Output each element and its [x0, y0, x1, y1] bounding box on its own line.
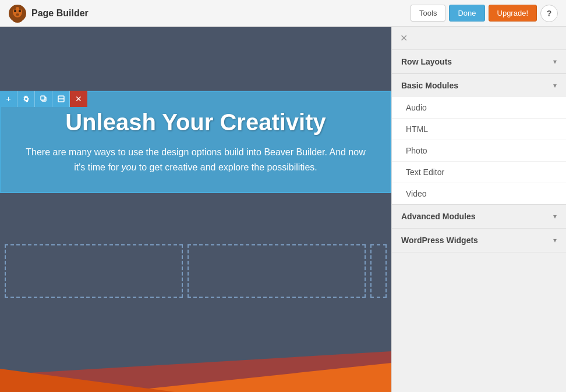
- header-actions: Tools Done Upgrade! ?: [411, 5, 558, 22]
- svg-rect-10: [41, 96, 45, 100]
- wordpress-widgets-chevron-icon: ▾: [553, 236, 557, 244]
- module-item-text-editor[interactable]: Text Editor: [392, 162, 566, 183]
- empty-column-2[interactable]: [188, 244, 366, 298]
- headline-text: Unleash Your Creativity: [13, 109, 378, 136]
- module-item-audio[interactable]: Audio: [392, 97, 566, 119]
- section-advanced-modules-header[interactable]: Advanced Modules ▾: [392, 205, 566, 228]
- section-wordpress-widgets-header[interactable]: WordPress Widgets ▾: [392, 229, 566, 252]
- basic-modules-items: Audio HTML Photo Text Editor Video: [392, 97, 566, 204]
- app-header: Page Builder Tools Done Upgrade! ?: [0, 0, 566, 27]
- row-toolbar: + ✕: [0, 91, 87, 107]
- section-advanced-modules-title: Advanced Modules: [401, 212, 476, 221]
- basic-modules-chevron-icon: ▾: [553, 81, 557, 90]
- upgrade-button[interactable]: Upgrade!: [489, 5, 537, 22]
- section-row-layouts: Row Layouts ▾: [392, 50, 566, 74]
- body-text-italic: you: [122, 162, 137, 172]
- modules-sidebar: ✕ Row Layouts ▾ Basic Modules ▾ Audio HT…: [391, 27, 566, 392]
- module-item-photo[interactable]: Photo: [392, 140, 566, 162]
- section-basic-modules-header[interactable]: Basic Modules ▾: [392, 74, 566, 97]
- svg-point-3: [19, 10, 21, 12]
- section-wordpress-widgets: WordPress Widgets ▾: [392, 229, 566, 252]
- svg-point-7: [13, 18, 22, 23]
- body-text: There are many ways to use the design op…: [21, 145, 370, 174]
- resize-row-button[interactable]: [52, 91, 70, 107]
- close-row-button[interactable]: ✕: [70, 91, 87, 107]
- decorative-shapes: [0, 316, 391, 392]
- section-basic-modules: Basic Modules ▾ Audio HTML Photo Text Ed…: [392, 74, 566, 205]
- duplicate-row-button[interactable]: [35, 91, 52, 107]
- section-wordpress-widgets-title: WordPress Widgets: [401, 236, 478, 245]
- section-advanced-modules: Advanced Modules ▾: [392, 205, 566, 229]
- empty-columns-row: [0, 242, 391, 300]
- done-button[interactable]: Done: [449, 5, 484, 22]
- module-item-html[interactable]: HTML: [392, 119, 566, 140]
- section-basic-modules-title: Basic Modules: [401, 81, 458, 90]
- tools-button[interactable]: Tools: [411, 5, 445, 22]
- main-area: + ✕ Unleash Your Creativity There are ma…: [0, 27, 566, 392]
- empty-column-3[interactable]: [370, 244, 387, 298]
- help-button[interactable]: ?: [540, 5, 558, 22]
- move-row-button[interactable]: +: [0, 91, 17, 107]
- svg-rect-6: [19, 7, 21, 10]
- page-canvas: + ✕ Unleash Your Creativity There are ma…: [0, 27, 391, 392]
- svg-point-8: [25, 98, 27, 100]
- advanced-modules-chevron-icon: ▾: [553, 212, 557, 220]
- app-title: Page Builder: [31, 8, 89, 19]
- svg-point-4: [16, 13, 19, 16]
- logo: Page Builder: [8, 4, 89, 23]
- sidebar-close-area: ✕: [392, 27, 566, 50]
- sidebar-close-button[interactable]: ✕: [400, 33, 408, 43]
- svg-rect-5: [14, 7, 16, 10]
- settings-row-button[interactable]: [17, 91, 35, 107]
- row-layouts-chevron-icon: ▾: [553, 58, 557, 66]
- empty-column-1[interactable]: [5, 244, 183, 298]
- svg-point-2: [14, 10, 16, 12]
- beaver-logo-icon: [8, 4, 27, 23]
- section-row-layouts-title: Row Layouts: [401, 57, 452, 66]
- module-item-video[interactable]: Video: [392, 183, 566, 204]
- section-row-layouts-header[interactable]: Row Layouts ▾: [392, 50, 566, 73]
- body-text-after: to get creative and explore the possibil…: [136, 162, 317, 172]
